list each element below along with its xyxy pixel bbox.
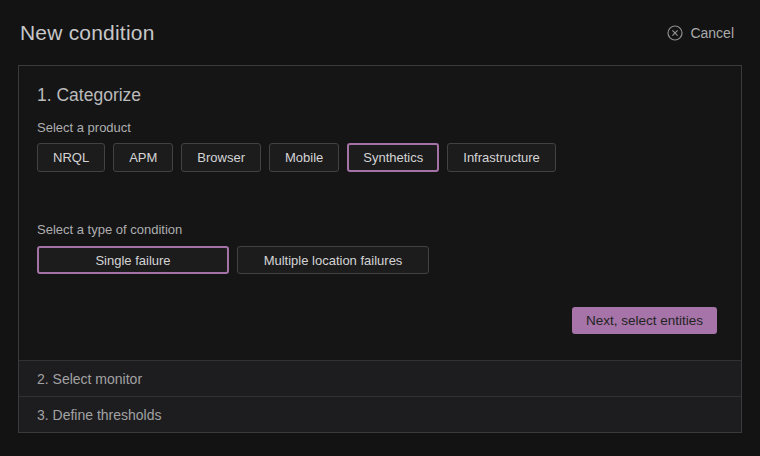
product-button-mobile[interactable]: Mobile [269,143,339,172]
condition-type-button-row: Single failure Multiple location failure… [37,246,717,274]
product-button-nrql[interactable]: NRQL [37,143,105,172]
select-product-label: Select a product [37,120,717,135]
new-condition-wizard: 1. Categorize Select a product NRQL APM … [18,65,742,433]
page-title: New condition [20,21,155,45]
next-button-row: Next, select entities [37,307,717,334]
cancel-button[interactable]: Cancel [667,25,734,41]
cancel-label: Cancel [690,25,734,41]
product-button-infrastructure[interactable]: Infrastructure [447,143,556,172]
step-select-monitor-heading: 2. Select monitor [37,371,142,387]
condition-type-label: Select a type of condition [37,222,717,237]
product-button-apm[interactable]: APM [113,143,173,172]
step-categorize-section: 1. Categorize Select a product NRQL APM … [19,66,741,360]
product-button-synthetics[interactable]: Synthetics [347,143,439,172]
header: New condition Cancel [0,0,760,45]
next-select-entities-button[interactable]: Next, select entities [572,307,717,334]
condition-type-button-single-failure[interactable]: Single failure [37,246,229,274]
condition-type-button-multiple-location-failures[interactable]: Multiple location failures [237,246,429,274]
product-button-browser[interactable]: Browser [181,143,261,172]
product-button-row: NRQL APM Browser Mobile Synthetics Infra… [37,143,717,172]
step-select-monitor-header[interactable]: 2. Select monitor [19,360,741,396]
circled-x-icon [667,25,683,41]
step-define-thresholds-heading: 3. Define thresholds [37,407,162,423]
step-define-thresholds-header[interactable]: 3. Define thresholds [19,396,741,432]
step-categorize-heading: 1. Categorize [37,85,717,106]
